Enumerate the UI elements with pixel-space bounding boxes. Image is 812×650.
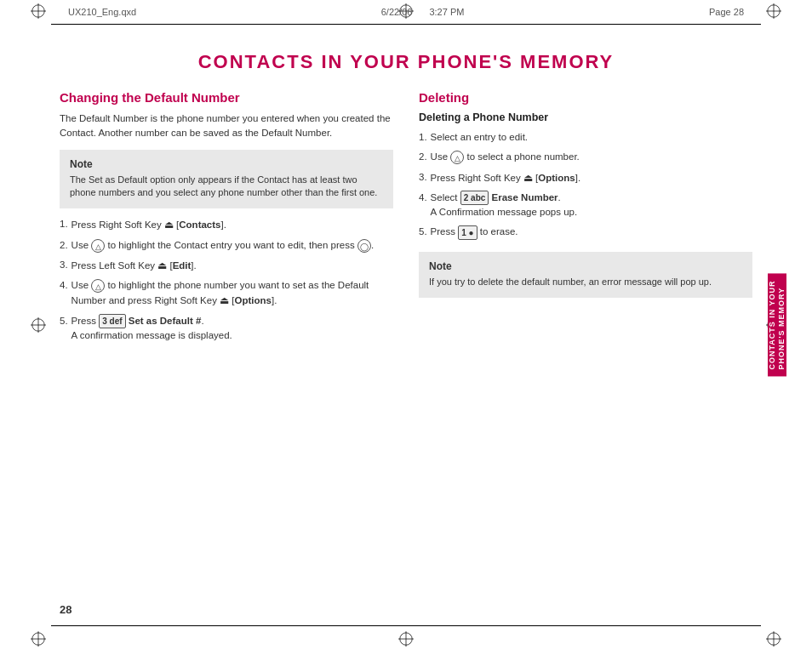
right-step-4-num: 4. (419, 191, 427, 220)
sidebar-box: CONTACTS IN YOURPHONE'S MEMORY (768, 273, 786, 376)
left-note-body: The Set as Default option only appears i… (70, 174, 383, 201)
right-step-4-text: Select 2 abc Erase Number. A Confirmatio… (431, 191, 752, 220)
reg-mark-bc (397, 630, 415, 647)
right-step-5: 5. Press 1 ● to erase. (419, 225, 752, 239)
left-step-2-text: Use △ to highlight the Contact entry you… (71, 238, 393, 253)
left-step-5-num: 5. (60, 314, 68, 344)
right-step-3-num: 3. (419, 170, 427, 185)
reg-mark-tl (30, 3, 47, 20)
left-step-4-text: Use △ to highlight the phone number you … (71, 278, 393, 309)
reg-mark-ml (30, 316, 47, 334)
right-step-2-text: Use △ to select a phone number. (431, 150, 752, 164)
left-step-3-num: 3. (60, 258, 68, 273)
right-note-title: Note (429, 260, 742, 272)
sidebar-text: CONTACTS IN YOURPHONE'S MEMORY (768, 280, 786, 369)
file-time: 3:27 PM (429, 7, 464, 17)
right-step-1: 1. Select an entry to edit. (419, 130, 752, 145)
left-step-2-num: 2. (60, 238, 68, 253)
file-date: 6/22/06 (381, 7, 413, 17)
left-note-box: Note The Set as Default option only appe… (60, 150, 393, 209)
file-header: UX210_Eng.qxd 6/22/06 3:27 PM Page 28 (68, 7, 744, 17)
right-note-box: Note If you try to delete the default nu… (419, 252, 752, 298)
left-intro-text: The Default Number is the phone number y… (60, 111, 393, 141)
reg-mark-tr (765, 3, 782, 20)
right-step-4: 4. Select 2 abc Erase Number. A Confirma… (419, 191, 752, 220)
left-step-5: 5. Press 3 def Set as Default #. A confi… (60, 314, 393, 344)
left-note-title: Note (70, 158, 383, 170)
page-title: CONTACTS IN YOUR PHONE'S MEMORY (60, 51, 752, 73)
right-section-title: Deleting (419, 90, 752, 105)
left-column: Changing the Default Number The Default … (60, 90, 393, 350)
reg-mark-bl (30, 630, 47, 647)
right-step-1-num: 1. (419, 130, 427, 145)
right-step-3-text: Press Right Soft Key ⏏ [Options]. (431, 170, 752, 185)
right-column: Deleting Deleting a Phone Number 1. Sele… (419, 90, 752, 350)
left-step-1-text: Press Right Soft Key ⏏ [Contacts]. (71, 217, 393, 232)
right-step-5-text: Press 1 ● to erase. (431, 225, 752, 239)
left-step-2: 2. Use △ to highlight the Contact entry … (60, 238, 393, 253)
left-step-4-num: 4. (60, 278, 68, 309)
right-sub-heading: Deleting a Phone Number (419, 111, 752, 123)
sidebar-tab: CONTACTS IN YOURPHONE'S MEMORY (766, 273, 788, 376)
left-step-3: 3. Press Left Soft Key ⏏ [Edit]. (60, 258, 393, 273)
right-step-3: 3. Press Right Soft Key ⏏ [Options]. (419, 170, 752, 185)
two-column-layout: Changing the Default Number The Default … (60, 90, 752, 350)
file-name: UX210_Eng.qxd (68, 7, 136, 17)
top-rule (51, 24, 761, 25)
left-step-1: 1. Press Right Soft Key ⏏ [Contacts]. (60, 217, 393, 232)
left-section-title: Changing the Default Number (60, 90, 393, 105)
page-content: CONTACTS IN YOUR PHONE'S MEMORY Changing… (60, 34, 752, 616)
left-steps: 1. Press Right Soft Key ⏏ [Contacts]. 2.… (60, 217, 393, 343)
right-step-2: 2. Use △ to select a phone number. (419, 150, 752, 164)
file-page: Page 28 (709, 7, 744, 17)
right-note-body: If you try to delete the default number,… (429, 276, 742, 289)
page-number: 28 (60, 603, 71, 616)
left-step-3-text: Press Left Soft Key ⏏ [Edit]. (71, 258, 393, 273)
right-step-2-num: 2. (419, 150, 427, 164)
left-step-1-num: 1. (60, 217, 68, 232)
right-steps: 1. Select an entry to edit. 2. Use △ to … (419, 130, 752, 240)
reg-mark-br (765, 630, 782, 647)
bottom-rule (51, 625, 761, 626)
right-step-1-text: Select an entry to edit. (431, 130, 752, 145)
left-step-4: 4. Use △ to highlight the phone number y… (60, 278, 393, 309)
right-step-5-num: 5. (419, 225, 427, 239)
left-step-5-text: Press 3 def Set as Default #. A confirma… (71, 314, 393, 344)
